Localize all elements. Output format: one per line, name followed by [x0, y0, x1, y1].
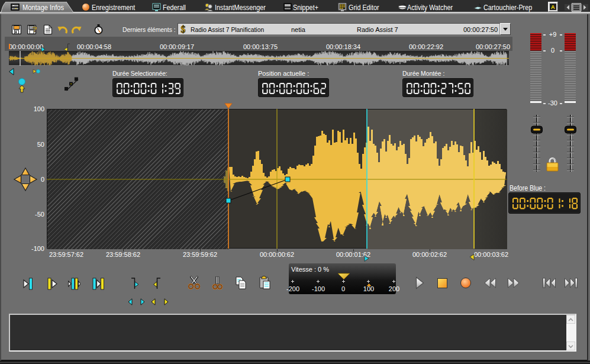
svg-text:?: ? — [33, 25, 37, 34]
svg-text:$: $ — [181, 24, 186, 34]
